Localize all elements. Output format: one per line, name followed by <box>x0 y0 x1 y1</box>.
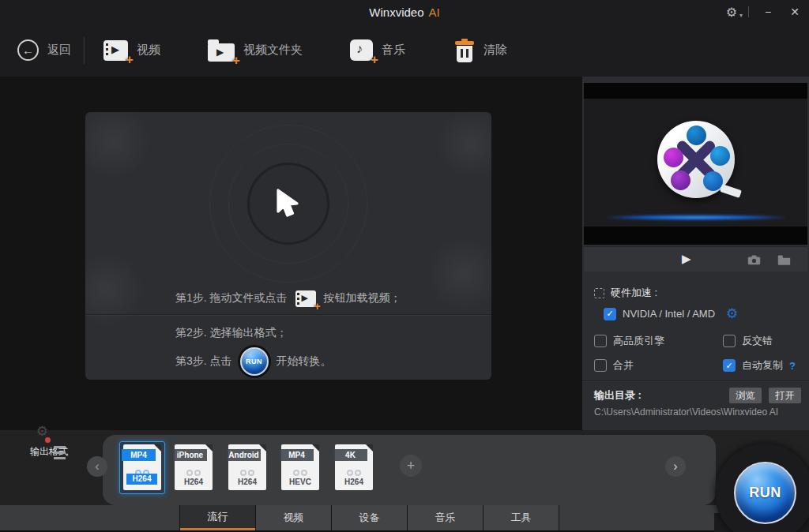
format-category-tabs: 流行 视频 设备 音乐 工具 <box>0 505 809 530</box>
add-video-folder-button[interactable]: ▶ + 视频文件夹 <box>208 39 303 62</box>
help-icon[interactable]: ? <box>789 360 796 372</box>
add-video-button[interactable]: ▶ + 视频 <box>103 40 160 61</box>
app-name-ai: AI <box>429 6 440 19</box>
format-card[interactable]: iPhone H264 <box>175 444 213 490</box>
minimize-button[interactable]: − <box>760 6 776 18</box>
run-mini-icon: RUN <box>240 347 269 376</box>
scroll-right-button[interactable]: › <box>665 456 686 477</box>
plus-icon: + <box>407 458 416 474</box>
back-label: 返回 <box>47 43 71 58</box>
plus-badge-icon: + <box>126 53 134 66</box>
step3-row: 第3步. 点击 RUN 开始转换。 <box>85 346 491 377</box>
decor-reel <box>431 112 491 183</box>
merge-label: 合并 <box>613 358 634 373</box>
snapshot-camera-icon[interactable] <box>747 254 761 268</box>
auto-copy-label: 自动复制 <box>742 358 783 373</box>
close-button[interactable]: ✕ <box>787 6 803 18</box>
deinterlace-label: 反交错 <box>742 334 773 348</box>
logo-glow <box>605 215 787 220</box>
output-dir-label: 输出目录 : <box>594 388 642 403</box>
toolbar: ← 返回 ▶ + 视频 ▶ + 视频文件夹 ♪ + 音乐 <box>0 24 809 77</box>
format-name: iPhone <box>173 449 207 461</box>
file-drop-zone[interactable]: 第1步. 拖动文件或点击 ▶ + 按钮加载视频； 第2步. 选择输出格式； 第3… <box>85 112 491 380</box>
scroll-left-button[interactable]: ‹ <box>87 456 107 477</box>
add-music-button[interactable]: ♪ + 音乐 <box>350 39 405 61</box>
add-format-button[interactable]: + <box>400 455 422 477</box>
gear-glyph: ⚙ <box>726 6 737 19</box>
film-play-glyph: ▶ <box>302 292 308 303</box>
decor-reel <box>85 112 156 185</box>
format-codec: H264 <box>175 478 213 486</box>
bottom-bar: ⚙ 输出格式 ‹ MP4 H264 iPhone H264 Android H2… <box>0 430 809 532</box>
format-card-selected[interactable]: MP4 H264 <box>119 441 165 494</box>
video-label: 视频 <box>137 43 160 58</box>
chip-icon <box>594 288 604 298</box>
toolbar-divider <box>84 37 85 64</box>
format-name: 4K <box>333 449 367 461</box>
tab-tools[interactable]: 工具 <box>484 505 559 530</box>
tabbar-filler-right <box>559 505 721 530</box>
merge-option[interactable]: 合并 <box>594 358 634 373</box>
format-card[interactable]: MP4 HEVC <box>281 444 319 490</box>
window-title: Winxvideo AI <box>0 0 809 24</box>
hw-accel-row: 硬件加速 : <box>594 286 657 300</box>
back-arrow-glyph: ← <box>22 43 34 57</box>
film-play-glyph: ▶ <box>111 43 119 57</box>
merge-checkbox[interactable] <box>594 359 607 372</box>
output-dir-row: 输出目录 : 浏览 打开 <box>594 388 801 403</box>
preview-controls: ▶ <box>584 246 807 272</box>
gpu-settings-gear-icon[interactable]: ⚙ <box>726 305 738 322</box>
step1-suffix: 按钮加载视频； <box>324 291 401 305</box>
high-quality-checkbox[interactable] <box>594 335 607 347</box>
video-preview <box>584 83 807 245</box>
back-button[interactable]: ← 返回 <box>17 39 71 61</box>
format-card[interactable]: 4K H264 <box>335 444 373 490</box>
tab-music[interactable]: 音乐 <box>408 505 483 530</box>
format-codec: H264 <box>228 478 266 486</box>
trash-icon <box>454 38 475 62</box>
music-label: 音乐 <box>382 43 405 58</box>
output-format-widget[interactable]: ⚙ 输出格式 <box>21 439 77 459</box>
tab-popular[interactable]: 流行 <box>180 505 255 530</box>
video-add-icon: ▶ + <box>103 40 128 61</box>
tab-device[interactable]: 设备 <box>332 505 407 530</box>
tab-video[interactable]: 视频 <box>256 505 331 530</box>
gpu-row: ✓ NVIDIA / Intel / AMD ⚙ <box>604 305 738 322</box>
auto-copy-option[interactable]: ✓ 自动复制 ? <box>723 358 796 373</box>
high-quality-option[interactable]: 高品质引擎 <box>594 334 664 348</box>
settings-gear-icon[interactable]: ⚙ ▾ <box>726 5 737 20</box>
gpu-label: NVIDIA / Intel / AMD <box>623 308 715 320</box>
titlebar-separator <box>748 6 749 17</box>
auto-copy-checkbox[interactable]: ✓ <box>723 359 736 372</box>
step3-prefix: 第3步. 点击 <box>175 354 232 369</box>
play-button[interactable]: ▶ <box>682 252 691 266</box>
load-video-target[interactable] <box>247 163 329 245</box>
preview-screen <box>584 99 807 227</box>
video-add-icon: ▶ + <box>295 290 316 307</box>
clear-button[interactable]: 清除 <box>454 38 507 62</box>
check-icon: ✓ <box>606 309 613 319</box>
chevron-left-icon: ‹ <box>95 460 99 473</box>
browse-button[interactable]: 浏览 <box>729 388 762 403</box>
gpu-checkbox[interactable]: ✓ <box>604 308 616 320</box>
app-window: Winxvideo AI ⚙ ▾ − ✕ ← 返回 ▶ + 视频 <box>0 0 809 532</box>
format-codec: H264 <box>126 474 157 485</box>
video-folder-label: 视频文件夹 <box>243 43 303 58</box>
format-codec: H264 <box>335 478 373 486</box>
deinterlace-checkbox[interactable] <box>723 335 736 347</box>
music-note-glyph: ♪ <box>356 42 363 56</box>
step2-row: 第2步. 选择输出格式； <box>85 324 491 343</box>
open-folder-icon[interactable] <box>777 254 791 268</box>
run-button[interactable]: RUN <box>734 462 796 524</box>
chevron-right-icon: › <box>673 460 677 473</box>
clear-label: 清除 <box>484 43 507 58</box>
step3-suffix: 开始转换。 <box>277 354 332 369</box>
open-button[interactable]: 打开 <box>769 388 801 403</box>
check-icon: ✓ <box>725 361 732 371</box>
winxvideo-logo <box>657 121 735 198</box>
deinterlace-option[interactable]: 反交错 <box>723 334 773 348</box>
tabbar-filler-left <box>0 505 179 530</box>
title-bar: Winxvideo AI ⚙ ▾ − ✕ <box>0 0 809 24</box>
format-card[interactable]: Android H264 <box>228 444 266 490</box>
format-name: MP4 <box>280 449 314 461</box>
